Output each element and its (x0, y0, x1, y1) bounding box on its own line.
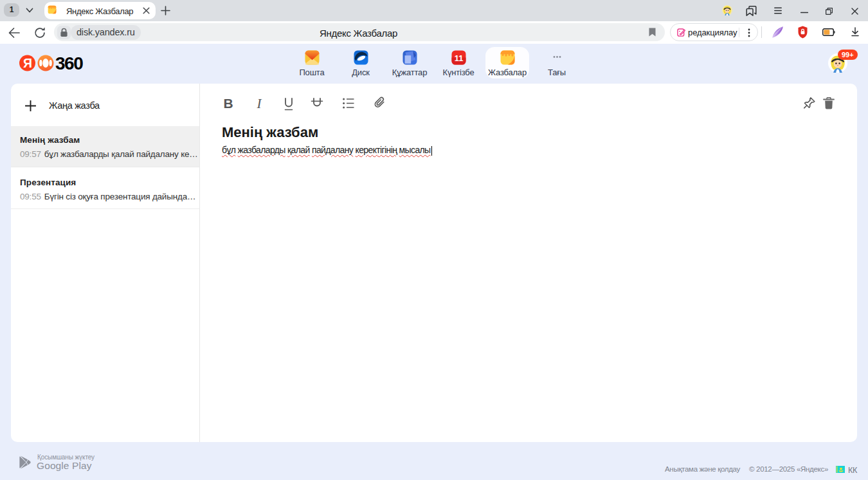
svg-text:11: 11 (454, 53, 463, 63)
svg-text:Я: Я (23, 56, 32, 70)
svg-text:360: 360 (55, 55, 83, 73)
svg-text:B: B (223, 97, 233, 111)
svg-text:I: I (257, 97, 262, 111)
